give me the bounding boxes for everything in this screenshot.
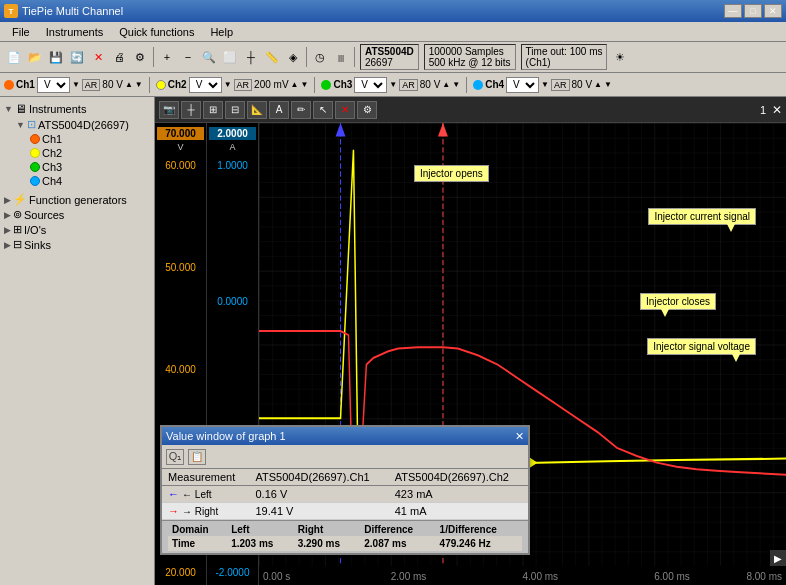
ch3-range-up[interactable]: ▲ bbox=[442, 80, 450, 89]
tree-ch4[interactable]: Ch4 bbox=[28, 174, 152, 188]
graph-measure-button[interactable]: 📐 bbox=[247, 101, 267, 119]
tree-ch2[interactable]: Ch2 bbox=[28, 146, 152, 160]
measure-button[interactable]: 📏 bbox=[262, 47, 282, 67]
io-button[interactable]: ◈ bbox=[283, 47, 303, 67]
samples-count: 100000 Samples bbox=[429, 46, 511, 57]
right-ch2-value: 41 mA bbox=[389, 503, 528, 520]
ch1-val-40: 40.000 bbox=[165, 364, 196, 375]
zoom-fit-button[interactable]: ⬜ bbox=[220, 47, 240, 67]
tree-function-gen[interactable]: ▶ ⚡ Function generators bbox=[2, 192, 152, 207]
tree-device[interactable]: ▼ ⊡ ATS5004D(26697) bbox=[14, 117, 152, 132]
menu-instruments[interactable]: Instruments bbox=[38, 24, 111, 40]
ch1-unit: V bbox=[157, 142, 204, 152]
ch2-down-arrow[interactable]: ▼ bbox=[224, 80, 232, 89]
x-label-0: 0.00 s bbox=[263, 571, 290, 582]
ch-sep-2 bbox=[314, 77, 315, 93]
zoom-in-button[interactable]: 🔍 bbox=[199, 47, 219, 67]
sources-label: Sources bbox=[24, 209, 64, 221]
value-window-close[interactable]: ✕ bbox=[515, 430, 524, 443]
ch4-down-arrow[interactable]: ▼ bbox=[541, 80, 549, 89]
right-header: Right bbox=[294, 523, 361, 536]
config-button[interactable]: ||| bbox=[331, 47, 351, 67]
scroll-right-button[interactable]: ▶ bbox=[770, 550, 786, 566]
ch1-val-60: 60.000 bbox=[165, 160, 196, 171]
graph-config-button[interactable]: ⚙ bbox=[357, 101, 377, 119]
ch1-coupling-select[interactable]: V bbox=[37, 77, 70, 93]
value-window-toolbar: Q₁ 📋 bbox=[162, 445, 528, 469]
graph-hand-button[interactable]: ✕ bbox=[335, 101, 355, 119]
ch-sep-3 bbox=[466, 77, 467, 93]
x-label-2ms: 2.00 ms bbox=[391, 571, 427, 582]
device-name: ATS5004D bbox=[365, 46, 414, 57]
ch4-range-down[interactable]: ▼ bbox=[604, 80, 612, 89]
open-button[interactable]: 📂 bbox=[25, 47, 45, 67]
print-button[interactable]: 🖨 bbox=[109, 47, 129, 67]
stop-button[interactable]: ✕ bbox=[88, 47, 108, 67]
annotation-injector-current-signal: Injector current signal bbox=[648, 208, 756, 225]
tree-instruments[interactable]: ▼ 🖥 Instruments bbox=[2, 101, 152, 117]
clock-button[interactable]: ◷ bbox=[310, 47, 330, 67]
window-controls[interactable]: — □ ✕ bbox=[724, 4, 782, 18]
ch1-range-down[interactable]: ▼ bbox=[135, 80, 143, 89]
menu-quick-functions[interactable]: Quick functions bbox=[111, 24, 202, 40]
graph-label-button[interactable]: A bbox=[269, 101, 289, 119]
separator-1 bbox=[153, 47, 154, 67]
ch1-val-20: 20.000 bbox=[165, 567, 196, 578]
vw-cursor-button[interactable]: Q₁ bbox=[166, 449, 184, 465]
graph-cursor-button[interactable]: ┼ bbox=[181, 101, 201, 119]
add-button[interactable]: + bbox=[157, 47, 177, 67]
ch2-val-1: 1.0000 bbox=[217, 160, 248, 171]
ch2-unit: A bbox=[209, 142, 256, 152]
ch3-item: Ch3 V ▼ AR 80 V ▲ ▼ bbox=[321, 77, 460, 93]
left-cursor-row: ← ← Left 0.16 V 423 mA bbox=[162, 486, 528, 503]
ch3-coupling-select[interactable]: V bbox=[354, 77, 387, 93]
main-toolbar: 📄 📂 💾 🔄 ✕ 🖨 ⚙ + − 🔍 ⬜ ┼ 📏 ◈ ◷ ||| ATS500… bbox=[0, 42, 786, 73]
menu-help[interactable]: Help bbox=[202, 24, 241, 40]
ch4-label: Ch4 bbox=[485, 79, 504, 90]
tree-ch3[interactable]: Ch3 bbox=[28, 160, 152, 174]
col-measurement: Measurement bbox=[162, 469, 249, 486]
ch2-val-0: 0.0000 bbox=[217, 296, 248, 307]
graph-zoom-out-button[interactable]: ⊟ bbox=[225, 101, 245, 119]
close-button[interactable]: ✕ bbox=[764, 4, 782, 18]
graph-zoom-button[interactable]: ⊞ bbox=[203, 101, 223, 119]
graph-camera-button[interactable]: 📷 bbox=[159, 101, 179, 119]
new-button[interactable]: 📄 bbox=[4, 47, 24, 67]
ch1-indicator bbox=[4, 80, 14, 90]
refresh-button[interactable]: 🔄 bbox=[67, 47, 87, 67]
tree-ios[interactable]: ▶ ⊞ I/O's bbox=[2, 222, 152, 237]
tree-sinks[interactable]: ▶ ⊟ Sinks bbox=[2, 237, 152, 252]
settings-button[interactable]: ⚙ bbox=[130, 47, 150, 67]
graph-close-button[interactable]: ✕ bbox=[772, 103, 782, 117]
ch2-ar-badge: AR bbox=[234, 79, 253, 91]
ch2-range-up[interactable]: ▲ bbox=[291, 80, 299, 89]
device-label: ATS5004D(26697) bbox=[38, 119, 129, 131]
ch3-tree-label: Ch3 bbox=[42, 161, 62, 173]
vw-copy-button[interactable]: 📋 bbox=[188, 449, 206, 465]
minimize-button[interactable]: — bbox=[724, 4, 742, 18]
cursor-button[interactable]: ┼ bbox=[241, 47, 261, 67]
graph-toolbar: 📷 ┼ ⊞ ⊟ 📐 A ✏ ↖ ✕ ⚙ 1 ✕ bbox=[155, 97, 786, 123]
remove-button[interactable]: − bbox=[178, 47, 198, 67]
sinks-expand-icon: ▶ bbox=[4, 240, 11, 250]
device-icon: ⊡ bbox=[27, 118, 36, 131]
ch2-coupling-select[interactable]: V bbox=[189, 77, 222, 93]
save-button[interactable]: 💾 bbox=[46, 47, 66, 67]
sun-icon[interactable]: ☀ bbox=[610, 47, 630, 67]
graph-pointer-button[interactable]: ↖ bbox=[313, 101, 333, 119]
tree-ch1[interactable]: Ch1 bbox=[28, 132, 152, 146]
ch1-range-up[interactable]: ▲ bbox=[125, 80, 133, 89]
ch3-down-arrow[interactable]: ▼ bbox=[389, 80, 397, 89]
ch4-coupling-select[interactable]: V bbox=[506, 77, 539, 93]
time-inv-diff: 479.246 Hz bbox=[436, 536, 522, 551]
menu-file[interactable]: File bbox=[4, 24, 38, 40]
graph-note-button[interactable]: ✏ bbox=[291, 101, 311, 119]
ch2-range-down[interactable]: ▼ bbox=[301, 80, 309, 89]
right-ch1-value: 19.41 V bbox=[249, 503, 388, 520]
ch3-range-down[interactable]: ▼ bbox=[452, 80, 460, 89]
maximize-button[interactable]: □ bbox=[744, 4, 762, 18]
ch4-range-up[interactable]: ▲ bbox=[594, 80, 602, 89]
time-label: Time bbox=[168, 536, 227, 551]
tree-sources[interactable]: ▶ ⊚ Sources bbox=[2, 207, 152, 222]
ch1-down-arrow[interactable]: ▼ bbox=[72, 80, 80, 89]
